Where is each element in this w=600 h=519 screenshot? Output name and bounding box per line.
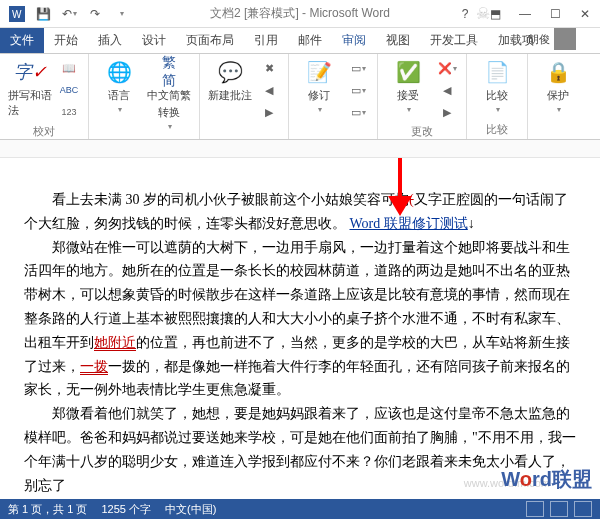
group-tracking: 📝 修订▾ ▭▾ ▭▾ ▭▾ bbox=[289, 54, 378, 139]
redo-icon[interactable]: ↷ bbox=[84, 3, 106, 25]
status-page[interactable]: 第 1 页，共 1 页 bbox=[8, 502, 87, 517]
track-icon: 📝 bbox=[305, 58, 333, 86]
next-comment-icon[interactable]: ▶ bbox=[258, 102, 280, 122]
group-compare-label: 比较 bbox=[475, 120, 519, 137]
compare-icon: 📄 bbox=[483, 58, 511, 86]
group-language: 🌐 语言 ▾ 繁简 中文简繁 转换▾ bbox=[89, 54, 200, 139]
window-title: 文档2 [兼容模式] - Microsoft Word bbox=[210, 5, 390, 22]
tab-mail[interactable]: 邮件 bbox=[288, 28, 332, 53]
view-print-icon[interactable] bbox=[550, 501, 568, 517]
group-proofing: 字✓ 拼写和语法 📖 ABC 123 校对 bbox=[0, 54, 89, 139]
reject-icon[interactable]: ❌▾ bbox=[436, 58, 458, 78]
tab-review[interactable]: 审阅 bbox=[332, 28, 376, 53]
tab-dev[interactable]: 开发工具 bbox=[420, 28, 488, 53]
prev-change-icon[interactable]: ◀ bbox=[436, 80, 458, 100]
quick-access-toolbar: W 💾 ↶▾ ↷ ▾ bbox=[0, 3, 132, 25]
new-comment-button[interactable]: 💬 新建批注 bbox=[208, 58, 252, 103]
avatar bbox=[554, 28, 576, 50]
tab-design[interactable]: 设计 bbox=[132, 28, 176, 53]
ribbon: 字✓ 拼写和语法 📖 ABC 123 校对 🌐 语言 ▾ 繁简 中文简繁 转换▾ bbox=[0, 54, 600, 140]
user-name: 胡俊 bbox=[528, 32, 550, 47]
globe-icon: 🌐 bbox=[105, 58, 133, 86]
accept-button[interactable]: ✅ 接受▾ bbox=[386, 58, 430, 114]
status-words[interactable]: 1255 个字 bbox=[101, 502, 151, 517]
prev-comment-icon[interactable]: ◀ bbox=[258, 80, 280, 100]
abc-icon[interactable]: ABC bbox=[58, 80, 80, 100]
view-web-icon[interactable] bbox=[574, 501, 592, 517]
comment-icon: 💬 bbox=[216, 58, 244, 86]
compare-button[interactable]: 📄 比较▾ bbox=[475, 58, 519, 114]
next-change-icon[interactable]: ▶ bbox=[436, 102, 458, 122]
paragraph-2: 郑微站在惟一可以遮荫的大树下，一边用手扇风，一边打量着这个她即将要战斗和生活四年… bbox=[24, 236, 576, 403]
word-icon[interactable]: W bbox=[6, 3, 28, 25]
skull-decoration: ☠ bbox=[476, 4, 490, 23]
view-read-icon[interactable] bbox=[526, 501, 544, 517]
convert-button[interactable]: 繁简 中文简繁 转换▾ bbox=[147, 58, 191, 131]
ruler[interactable] bbox=[0, 140, 600, 158]
save-icon[interactable]: 💾 bbox=[32, 3, 54, 25]
titlebar: W 💾 ↶▾ ↷ ▾ 文档2 [兼容模式] - Microsoft Word ☠… bbox=[0, 0, 600, 28]
status-lang[interactable]: 中文(中国) bbox=[165, 502, 216, 517]
maximize-icon[interactable]: ☐ bbox=[540, 0, 570, 28]
tab-view[interactable]: 视图 bbox=[376, 28, 420, 53]
display-dropdown[interactable]: ▭▾ bbox=[347, 58, 369, 78]
spelling-label: 拼写和语法 bbox=[8, 88, 52, 118]
qat-customize-icon[interactable]: ▾ bbox=[110, 3, 132, 25]
lock-icon: 🔒 bbox=[544, 58, 572, 86]
group-changes: ✅ 接受▾ ❌▾ ◀ ▶ 更改 bbox=[378, 54, 467, 139]
group-comments: 💬 新建批注 ✖ ◀ ▶ bbox=[200, 54, 289, 139]
tab-references[interactable]: 引用 bbox=[244, 28, 288, 53]
revision-link[interactable]: Word 联盟修订测试 bbox=[350, 216, 468, 231]
spelling-button[interactable]: 字✓ 拼写和语法 bbox=[8, 58, 52, 118]
group-protect: 🔒 保护▾ bbox=[528, 54, 588, 139]
minimize-icon[interactable]: — bbox=[510, 0, 540, 28]
svg-text:W: W bbox=[12, 9, 22, 20]
ribbon-tabs: 文件 开始 插入 设计 页面布局 引用 邮件 审阅 视图 开发工具 加载项 胡俊 bbox=[0, 28, 600, 54]
protect-button[interactable]: 🔒 保护▾ bbox=[536, 58, 580, 114]
accept-icon: ✅ bbox=[394, 58, 422, 86]
close-icon[interactable]: ✕ bbox=[570, 0, 600, 28]
paragraph-1: 看上去未满 30 岁的司机小伙子被眼前这个小姑娘笑容可掬(又字正腔圆的一句话闹了… bbox=[24, 188, 576, 236]
wordcount-icon[interactable]: 123 bbox=[58, 102, 80, 122]
undo-icon[interactable]: ↶▾ bbox=[58, 3, 80, 25]
convert-icon: 繁简 bbox=[155, 58, 183, 86]
tab-insert[interactable]: 插入 bbox=[88, 28, 132, 53]
spelling-icon: 字✓ bbox=[16, 58, 44, 86]
group-proof-label: 校对 bbox=[8, 122, 80, 139]
watermark-logo: Word联盟 bbox=[501, 466, 592, 493]
language-button[interactable]: 🌐 语言 ▾ bbox=[97, 58, 141, 114]
delete-comment-icon[interactable]: ✖ bbox=[258, 58, 280, 78]
thesaurus-icon[interactable]: 📖 bbox=[58, 58, 80, 78]
markup-dropdown[interactable]: ▭▾ bbox=[347, 80, 369, 100]
group-changes-label: 更改 bbox=[386, 122, 458, 139]
document-content[interactable]: 看上去未满 30 岁的司机小伙子被眼前这个小姑娘笑容可掬(又字正腔圆的一句话闹了… bbox=[24, 188, 576, 497]
tab-layout[interactable]: 页面布局 bbox=[176, 28, 244, 53]
pane-dropdown[interactable]: ▭▾ bbox=[347, 102, 369, 122]
user-profile[interactable]: 胡俊 bbox=[528, 28, 576, 50]
window-controls: ? ⬒ — ☐ ✕ bbox=[450, 0, 600, 28]
statusbar: 第 1 页，共 1 页 1255 个字 中文(中国) bbox=[0, 499, 600, 519]
document-area[interactable]: 看上去未满 30 岁的司机小伙子被眼前这个小姑娘笑容可掬(又字正腔圆的一句话闹了… bbox=[0, 158, 600, 500]
tab-home[interactable]: 开始 bbox=[44, 28, 88, 53]
track-changes-button[interactable]: 📝 修订▾ bbox=[297, 58, 341, 114]
tab-file[interactable]: 文件 bbox=[0, 28, 44, 53]
group-compare: 📄 比较▾ 比较 bbox=[467, 54, 528, 139]
